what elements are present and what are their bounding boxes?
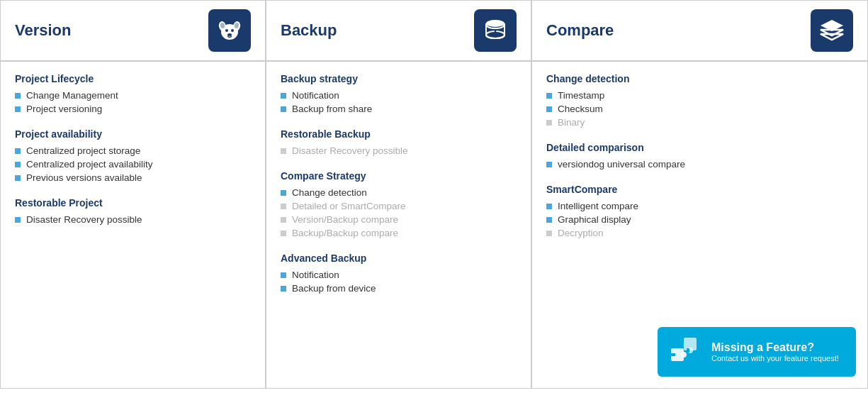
list-item: versiondog universal compare bbox=[546, 159, 853, 170]
svg-point-5 bbox=[227, 33, 232, 36]
version-icon-box bbox=[208, 9, 251, 52]
restorable-project-items: Disaster Recovery possible bbox=[15, 214, 251, 225]
list-item: Backup from device bbox=[281, 283, 517, 294]
restorable-backup-items: Disaster Recovery possible bbox=[281, 145, 517, 156]
missing-feature-subtitle: Contact us with your feature request! bbox=[711, 354, 839, 362]
list-item: Notification bbox=[281, 270, 517, 280]
bullet-icon bbox=[546, 120, 552, 126]
section-project-lifecycle: Project Lifecycle Change Management Proj… bbox=[15, 73, 251, 114]
backup-icon-box bbox=[474, 9, 517, 52]
bullet-icon bbox=[15, 162, 21, 167]
change-detection-items: Timestamp Checksum Binary bbox=[546, 90, 853, 128]
section-detailed-comparison: Detailed comparison versiondog universal… bbox=[546, 142, 853, 170]
svg-point-15 bbox=[681, 352, 687, 358]
compare-column: Change detection Timestamp Checksum Bina… bbox=[532, 62, 867, 388]
smart-compare-title: SmartCompare bbox=[546, 184, 853, 195]
list-item: Intelligent compare bbox=[546, 201, 853, 211]
backup-title: Backup bbox=[281, 21, 337, 40]
missing-feature-text: Missing a Feature? Contact us with your … bbox=[711, 341, 839, 362]
list-item: Change Management bbox=[15, 90, 251, 101]
svg-point-4 bbox=[231, 29, 234, 32]
bullet-icon bbox=[546, 93, 552, 99]
bullet-icon bbox=[15, 148, 21, 154]
bullet-icon bbox=[546, 106, 552, 112]
list-item: Version/Backup compare bbox=[281, 214, 517, 225]
bullet-icon bbox=[281, 231, 286, 236]
bullet-icon bbox=[546, 162, 552, 167]
section-compare-strategy: Compare Strategy Change detection Detail… bbox=[281, 170, 517, 238]
project-availability-title: Project availability bbox=[15, 128, 251, 140]
main-container: Version bbox=[0, 0, 868, 389]
list-item: Disaster Recovery possible bbox=[15, 214, 251, 225]
compare-header: Compare bbox=[532, 1, 867, 60]
change-detection-title: Change detection bbox=[546, 73, 853, 84]
section-restorable-backup: Restorable Backup Disaster Recovery poss… bbox=[281, 128, 517, 156]
backup-strategy-items: Notification Backup from share bbox=[281, 90, 517, 114]
restorable-project-title: Restorable Project bbox=[15, 197, 251, 209]
version-title: Version bbox=[15, 21, 71, 40]
list-item: Notification bbox=[281, 90, 517, 101]
section-smart-compare: SmartCompare Intelligent compare Graphic… bbox=[546, 184, 853, 238]
bullet-icon bbox=[546, 231, 552, 236]
list-item: Backup/Backup compare bbox=[281, 228, 517, 238]
bullet-icon bbox=[281, 272, 286, 278]
bullet-icon bbox=[281, 93, 286, 99]
section-backup-strategy: Backup strategy Notification Backup from… bbox=[281, 73, 517, 114]
list-item: Centralized project availability bbox=[15, 159, 251, 170]
bullet-icon bbox=[281, 190, 286, 196]
compare-strategy-title: Compare Strategy bbox=[281, 170, 517, 182]
compare-icon-box bbox=[811, 9, 853, 52]
bullet-icon bbox=[15, 217, 21, 223]
list-item: Backup from share bbox=[281, 104, 517, 114]
svg-rect-17 bbox=[687, 348, 689, 353]
svg-point-8 bbox=[486, 20, 505, 27]
list-item: Decryption bbox=[546, 228, 853, 238]
backup-strategy-title: Backup strategy bbox=[281, 73, 517, 84]
bullet-icon bbox=[546, 217, 552, 223]
list-item: Binary bbox=[546, 117, 853, 128]
bullet-icon bbox=[281, 148, 286, 154]
bullet-icon bbox=[546, 204, 552, 209]
bullet-icon bbox=[15, 106, 21, 112]
project-lifecycle-title: Project Lifecycle bbox=[15, 73, 251, 84]
dog-icon bbox=[215, 16, 244, 45]
puzzle-icon bbox=[667, 334, 703, 370]
list-item: Timestamp bbox=[546, 90, 853, 101]
backup-column: Backup strategy Notification Backup from… bbox=[266, 62, 532, 388]
compare-title: Compare bbox=[546, 21, 614, 40]
section-advanced-backup: Advanced Backup Notification Backup from… bbox=[281, 253, 517, 294]
version-column: Project Lifecycle Change Management Proj… bbox=[1, 62, 266, 388]
list-item: Disaster Recovery possible bbox=[281, 145, 517, 156]
list-item: Checksum bbox=[546, 104, 853, 114]
list-item: Graphical display bbox=[546, 214, 853, 225]
detailed-comparison-title: Detailed comparison bbox=[546, 142, 853, 153]
version-header: Version bbox=[1, 1, 266, 60]
section-restorable-project: Restorable Project Disaster Recovery pos… bbox=[15, 197, 251, 225]
svg-marker-12 bbox=[821, 34, 843, 40]
list-item: Previous versions available bbox=[15, 172, 251, 183]
restorable-backup-title: Restorable Backup bbox=[281, 128, 517, 140]
list-item: Project versioning bbox=[15, 104, 251, 114]
section-project-availability: Project availability Centralized project… bbox=[15, 128, 251, 183]
svg-point-3 bbox=[225, 29, 228, 32]
database-icon bbox=[481, 16, 509, 45]
missing-feature-banner[interactable]: Missing a Feature? Contact us with your … bbox=[658, 327, 856, 377]
bullet-icon bbox=[281, 106, 286, 112]
bullet-icon bbox=[281, 217, 286, 223]
project-availability-items: Centralized project storage Centralized … bbox=[15, 145, 251, 183]
header-row: Version bbox=[1, 1, 867, 62]
section-change-detection: Change detection Timestamp Checksum Bina… bbox=[546, 73, 853, 128]
project-lifecycle-items: Change Management Project versioning bbox=[15, 90, 251, 114]
backup-header: Backup bbox=[266, 1, 532, 60]
list-item: Centralized project storage bbox=[15, 145, 251, 156]
content-row: Project Lifecycle Change Management Proj… bbox=[1, 62, 867, 388]
missing-feature-title: Missing a Feature? bbox=[711, 341, 839, 354]
smart-compare-items: Intelligent compare Graphical display De… bbox=[546, 201, 853, 238]
bullet-icon bbox=[281, 286, 286, 292]
compare-strategy-items: Change detection Detailed or SmartCompar… bbox=[281, 187, 517, 238]
layers-icon bbox=[818, 16, 846, 45]
list-item: Detailed or SmartCompare bbox=[281, 201, 517, 211]
bullet-icon bbox=[15, 93, 21, 99]
svg-rect-18 bbox=[671, 353, 675, 356]
advanced-backup-items: Notification Backup from device bbox=[281, 270, 517, 294]
